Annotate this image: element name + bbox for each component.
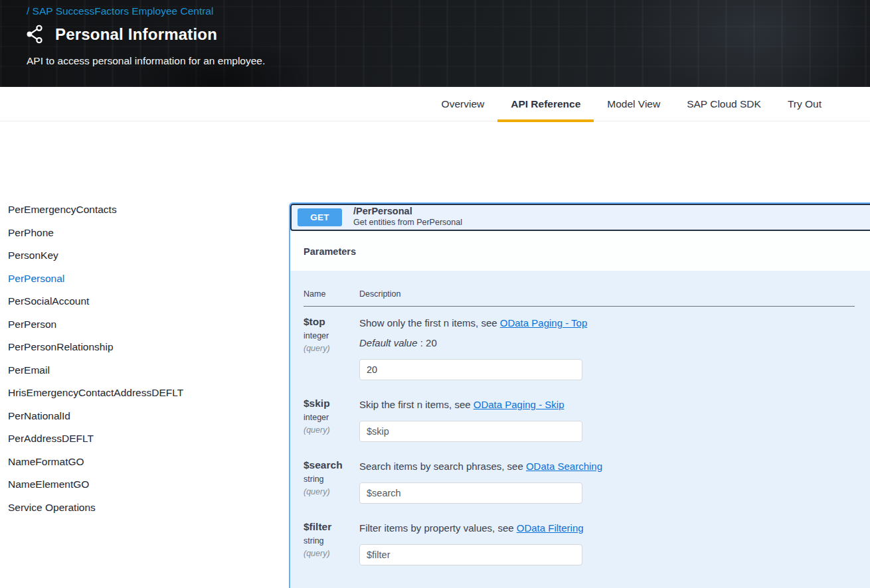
parameter-description-cell: Search items by search phrases, see ODat… bbox=[359, 450, 855, 512]
parameter-description-cell: Skip the first n items, see OData Paging… bbox=[359, 388, 855, 450]
endpoint-summary-text: Get entities from PerPersonal bbox=[353, 218, 462, 228]
parameter-name-cell: $skipinteger(query) bbox=[304, 388, 359, 450]
parameter-type: string bbox=[304, 536, 359, 546]
page-title: Personal Information bbox=[55, 25, 217, 44]
sidebar-item-nameelementgo[interactable]: NameElementGO bbox=[8, 473, 280, 496]
parameter-description: Search items by search phrases, see ODat… bbox=[359, 459, 855, 472]
sidebar-item-pernationalid[interactable]: PerNationalId bbox=[8, 405, 280, 428]
parameter-description-cell: Show only the first n items, see OData P… bbox=[359, 306, 855, 388]
param-input-top[interactable] bbox=[359, 359, 582, 380]
parameter-location: (query) bbox=[304, 344, 359, 353]
sidebar-item-persocialaccount[interactable]: PerSocialAccount bbox=[8, 290, 280, 313]
odata-doc-link[interactable]: OData Paging - Top bbox=[500, 317, 587, 329]
sidebar-item-peremergencycontacts[interactable]: PerEmergencyContacts bbox=[8, 198, 280, 222]
tab-api-reference[interactable]: API Reference bbox=[497, 87, 594, 121]
endpoint-meta: /PerPersonal Get entities from PerPerson… bbox=[353, 206, 462, 228]
sidebar-item-personkey[interactable]: PersonKey bbox=[8, 244, 280, 267]
param-input-filter[interactable] bbox=[359, 544, 582, 565]
parameter-name: $filter bbox=[304, 521, 359, 533]
title-row: Personal Information bbox=[25, 25, 217, 44]
parameters-header-row: Name Description bbox=[304, 271, 855, 307]
tab-bar: OverviewAPI ReferenceModel ViewSAP Cloud… bbox=[0, 87, 870, 121]
sidebar-item-service-operations[interactable]: Service Operations bbox=[8, 496, 280, 520]
parameter-name: $skip bbox=[304, 398, 359, 409]
endpoint-summary[interactable]: GET /PerPersonal Get entities from PerPe… bbox=[290, 204, 870, 231]
odata-doc-link[interactable]: OData Searching bbox=[526, 461, 602, 472]
parameter-location: (query) bbox=[304, 549, 359, 558]
sidebar-item-perpersonrelationship[interactable]: PerPersonRelationship bbox=[8, 336, 280, 359]
parameter-row: $topinteger(query)Show only the first n … bbox=[304, 306, 855, 388]
parameter-description: Filter items by property values, see ODa… bbox=[359, 521, 855, 534]
odata-doc-link[interactable]: OData Paging - Skip bbox=[474, 399, 565, 410]
parameter-description-text: Skip the first n items, see bbox=[359, 399, 474, 410]
parameter-name-cell: $topinteger(query) bbox=[304, 306, 359, 388]
column-header-name: Name bbox=[304, 271, 359, 307]
parameter-row: $filterstring(query)Filter items by prop… bbox=[304, 512, 855, 573]
parameter-name: $search bbox=[304, 459, 359, 471]
parameter-location: (query) bbox=[304, 425, 359, 435]
param-input-skip[interactable] bbox=[359, 421, 582, 442]
sidebar-item-perphone[interactable]: PerPhone bbox=[8, 222, 280, 245]
parameter-description: Skip the first n items, see OData Paging… bbox=[359, 398, 855, 410]
parameter-row: $searchstring(query)Search items by sear… bbox=[304, 450, 855, 512]
parameter-description: Show only the first n items, see OData P… bbox=[359, 316, 855, 329]
parameter-type: integer bbox=[304, 413, 359, 422]
sidebar-item-perperson[interactable]: PerPerson bbox=[8, 313, 280, 336]
sidebar-item-peremail[interactable]: PerEmail bbox=[8, 359, 280, 382]
endpoint-path: /PerPersonal bbox=[353, 206, 462, 217]
tab-sap-cloud-sdk[interactable]: SAP Cloud SDK bbox=[673, 87, 774, 121]
parameter-description-cell: Filter items by property values, see ODa… bbox=[359, 512, 855, 573]
sidebar-item-hrisemergencycontactaddressdeflt[interactable]: HrisEmergencyContactAddressDEFLT bbox=[8, 382, 280, 405]
parameter-description-text: Filter items by property values, see bbox=[359, 522, 517, 534]
endpoint-panel: GET /PerPersonal Get entities from PerPe… bbox=[289, 202, 870, 588]
entity-sidebar: PerEmergencyContactsPerPhonePersonKeyPer… bbox=[8, 198, 280, 519]
tab-overview[interactable]: Overview bbox=[428, 87, 498, 121]
column-header-description: Description bbox=[359, 271, 855, 307]
sidebar-item-nameformatgo[interactable]: NameFormatGO bbox=[8, 451, 280, 474]
parameters-table-area: Name Description $topinteger(query)Show … bbox=[290, 271, 870, 588]
sidebar-item-peraddressdeflt[interactable]: PerAddressDEFLT bbox=[8, 427, 280, 451]
tab-model-view[interactable]: Model View bbox=[594, 87, 673, 121]
parameters-heading: Parameters bbox=[304, 246, 356, 257]
parameter-default-value: Default value : 20 bbox=[359, 337, 855, 348]
parameter-description-text: Search items by search phrases, see bbox=[359, 461, 526, 472]
param-input-search[interactable] bbox=[359, 482, 582, 504]
parameter-name-cell: $searchstring(query) bbox=[304, 450, 359, 512]
http-method-badge: GET bbox=[298, 208, 342, 226]
page-subtitle: API to access personal information for a… bbox=[27, 55, 265, 67]
parameters-section-header: Parameters bbox=[290, 231, 870, 271]
share-network-icon bbox=[25, 25, 44, 44]
sidebar-item-perpersonal[interactable]: PerPersonal bbox=[8, 267, 280, 291]
parameter-type: integer bbox=[304, 331, 359, 340]
tab-try-out[interactable]: Try Out bbox=[774, 87, 835, 121]
parameters-table: Name Description $topinteger(query)Show … bbox=[304, 271, 855, 573]
parameter-name: $top bbox=[304, 316, 359, 328]
hero-banner: / SAP SuccessFactors Employee Central Pe… bbox=[0, 0, 870, 87]
odata-doc-link[interactable]: OData Filtering bbox=[517, 522, 584, 534]
parameter-description-text: Show only the first n items, see bbox=[359, 317, 500, 329]
parameter-type: string bbox=[304, 475, 359, 484]
parameter-name-cell: $filterstring(query) bbox=[304, 512, 359, 573]
parameter-row: $skipinteger(query)Skip the first n item… bbox=[304, 388, 855, 450]
parameter-location: (query) bbox=[304, 487, 359, 496]
breadcrumb[interactable]: / SAP SuccessFactors Employee Central bbox=[27, 5, 213, 17]
